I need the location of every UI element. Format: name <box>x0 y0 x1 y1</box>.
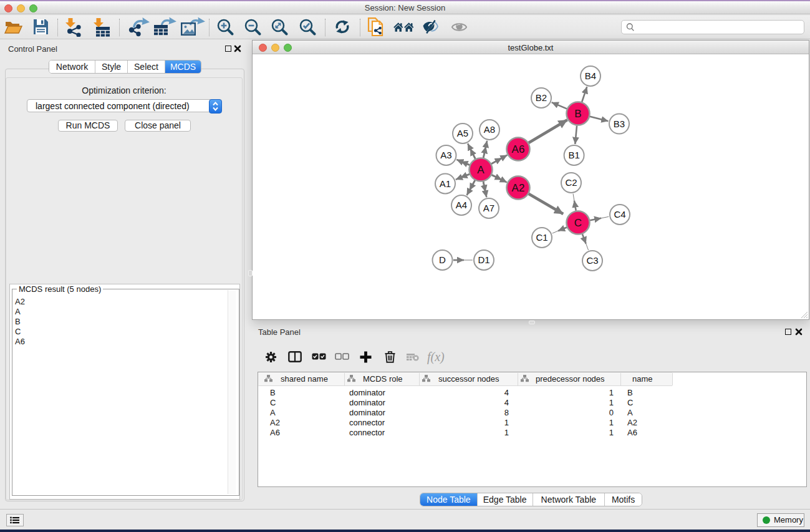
svg-text:1: 1 <box>609 398 614 407</box>
svg-text:C4: C4 <box>614 209 625 220</box>
svg-text:D1: D1 <box>478 254 489 265</box>
svg-text:predecessor nodes: predecessor nodes <box>536 374 605 384</box>
svg-text:A: A <box>627 408 633 417</box>
svg-text:B: B <box>574 108 581 120</box>
svg-text:B3: B3 <box>614 118 625 129</box>
svg-text:connector: connector <box>349 418 385 427</box>
svg-text:shared name: shared name <box>281 374 328 384</box>
svg-text:8: 8 <box>504 408 509 417</box>
svg-text:D: D <box>439 254 446 265</box>
svg-text:dominator: dominator <box>349 398 385 407</box>
svg-text:B: B <box>270 388 276 397</box>
svg-text:A2: A2 <box>512 182 525 194</box>
svg-text:MCDS role: MCDS role <box>363 374 403 384</box>
svg-text:dominator: dominator <box>349 388 385 397</box>
svg-text:0: 0 <box>609 408 614 417</box>
svg-text:A6: A6 <box>512 143 525 155</box>
svg-text:A8: A8 <box>484 124 495 135</box>
svg-text:C: C <box>627 398 633 407</box>
svg-text:C2: C2 <box>565 177 577 188</box>
svg-text:A: A <box>477 164 485 176</box>
svg-text:A5: A5 <box>457 128 468 138</box>
svg-text:A4: A4 <box>456 200 467 210</box>
svg-text:1: 1 <box>609 428 614 437</box>
svg-text:connector: connector <box>349 428 385 437</box>
svg-text:A2: A2 <box>627 418 637 427</box>
svg-text:1: 1 <box>504 428 509 437</box>
svg-text:C: C <box>574 217 582 229</box>
svg-text:C1: C1 <box>536 232 547 243</box>
svg-text:A7: A7 <box>483 203 494 213</box>
svg-text:1: 1 <box>609 388 614 397</box>
svg-text:successor nodes: successor nodes <box>438 374 499 384</box>
svg-text:B4: B4 <box>585 70 596 81</box>
svg-text:B1: B1 <box>568 150 579 160</box>
svg-text:name: name <box>632 374 653 384</box>
svg-text:1: 1 <box>504 418 509 427</box>
svg-text:4: 4 <box>504 388 509 397</box>
svg-text:A: A <box>270 408 276 417</box>
svg-text:4: 4 <box>504 398 509 407</box>
svg-text:A6: A6 <box>627 428 637 437</box>
svg-text:C: C <box>270 398 276 407</box>
svg-text:A1: A1 <box>440 178 451 189</box>
svg-text:A3: A3 <box>440 150 451 160</box>
svg-text:dominator: dominator <box>349 408 385 417</box>
svg-text:1: 1 <box>609 418 614 427</box>
svg-text:A2: A2 <box>270 418 280 427</box>
svg-text:B: B <box>627 388 633 397</box>
svg-text:A6: A6 <box>270 428 280 437</box>
svg-text:C3: C3 <box>586 255 598 266</box>
svg-text:B2: B2 <box>536 92 547 103</box>
